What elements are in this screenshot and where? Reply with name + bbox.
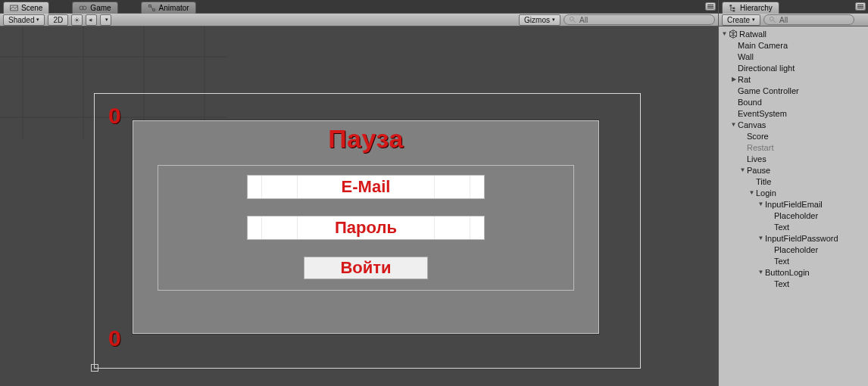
lives-label: 0 <box>108 325 121 351</box>
hierarchy-toolbar: Create All <box>719 13 868 26</box>
speaker-icon <box>89 16 94 24</box>
animator-icon <box>148 4 156 12</box>
svg-line-11 <box>79 21 80 22</box>
hierarchy-node[interactable]: Placeholder <box>719 210 868 221</box>
svg-point-39 <box>770 17 773 20</box>
gizmos-dropdown[interactable]: Gizmos <box>519 14 560 26</box>
hierarchy-node[interactable]: Title <box>719 176 868 187</box>
hierarchy-node[interactable]: Lives <box>719 153 868 164</box>
hierarchy-node-label: Main Camera <box>738 41 788 50</box>
svg-rect-4 <box>152 9 155 11</box>
hierarchy-node-label: Game Controller <box>738 86 799 95</box>
hierarchy-node[interactable]: ▼Login <box>719 187 868 198</box>
hierarchy-node[interactable]: Text <box>719 255 868 266</box>
hierarchy-node[interactable]: ▼ButtonLogin <box>719 266 868 278</box>
svg-line-17 <box>573 20 576 23</box>
hierarchy-node-label: Bound <box>738 98 762 107</box>
hierarchy-node[interactable]: Game Controller <box>719 85 868 96</box>
svg-line-40 <box>773 20 776 23</box>
transform-handle[interactable] <box>91 364 98 372</box>
hierarchy-node[interactable]: ▼InputFieldEmail <box>719 198 868 210</box>
hierarchy-node-label: Placeholder <box>774 211 818 220</box>
tab-label: Scene <box>21 4 42 12</box>
hierarchy-node[interactable]: Placeholder <box>719 244 868 255</box>
hierarchy-node[interactable]: Directional light <box>719 62 868 73</box>
svg-rect-3 <box>148 5 151 7</box>
expand-arrow-icon[interactable]: ▼ <box>720 30 729 37</box>
audio-toggle[interactable] <box>86 14 97 26</box>
hierarchy-node-label: Rat <box>738 75 751 84</box>
pause-panel: Пауза E-Mail Пароль Войти <box>133 120 599 334</box>
search-placeholder: All <box>779 16 788 24</box>
hierarchy-node[interactable]: Text <box>719 221 868 232</box>
hierarchy-node-label: Pause <box>747 166 770 175</box>
login-button-label: Войти <box>340 258 391 278</box>
hierarchy-node-label: Ratwall <box>739 30 767 39</box>
svg-line-10 <box>75 17 76 18</box>
expand-arrow-icon[interactable]: ▼ <box>757 269 765 275</box>
scene-search[interactable]: All <box>564 14 715 25</box>
expand-arrow-icon[interactable]: ▼ <box>729 121 738 128</box>
pane-options-icon[interactable] <box>855 2 866 11</box>
hierarchy-node[interactable]: Restart <box>719 142 868 153</box>
fx-dropdown[interactable] <box>100 14 111 26</box>
hierarchy-node[interactable]: ▼Ratwall <box>719 28 868 39</box>
hierarchy-node[interactable]: Wall <box>719 51 868 62</box>
login-box: E-Mail Пароль Войти <box>158 165 574 291</box>
score-label: 0 <box>108 103 121 129</box>
hierarchy-node-label: Lives <box>747 154 767 163</box>
hierarchy-node-label: Placeholder <box>774 245 818 254</box>
svg-line-12 <box>79 17 80 18</box>
hierarchy-node-label: EventSystem <box>738 109 787 118</box>
hierarchy-node[interactable]: Text <box>719 278 868 289</box>
svg-line-13 <box>75 21 76 22</box>
hierarchy-node-label: ButtonLogin <box>765 268 810 277</box>
tab-animator[interactable]: Animator <box>141 2 196 14</box>
hierarchy-node-label: InputFieldPassword <box>765 234 838 243</box>
expand-arrow-icon[interactable]: ▼ <box>738 167 747 173</box>
hierarchy-tree[interactable]: ▼RatwallMain CameraWallDirectional light… <box>719 26 868 386</box>
scene-toolbar: Shaded 2D Gizmos All <box>0 13 718 26</box>
hierarchy-node[interactable]: ▼InputFieldPassword <box>719 232 868 244</box>
sun-icon <box>74 16 80 24</box>
hierarchy-node-label: Text <box>774 257 789 266</box>
login-button[interactable]: Войти <box>304 257 428 279</box>
lighting-toggle[interactable] <box>71 14 83 26</box>
hierarchy-node[interactable]: ▶Rat <box>719 73 868 85</box>
expand-arrow-icon[interactable]: ▼ <box>757 235 765 241</box>
expand-arrow-icon[interactable]: ▶ <box>729 76 738 82</box>
hierarchy-search[interactable]: All <box>763 14 854 25</box>
hierarchy-node-label: Score <box>747 132 769 141</box>
email-field[interactable]: E-Mail <box>247 175 485 199</box>
hierarchy-node-label: Login <box>756 188 776 198</box>
hierarchy-tabstrip: Hierarchy <box>719 0 868 13</box>
tab-scene[interactable]: Scene <box>3 2 49 14</box>
search-icon <box>569 16 576 23</box>
tab-game[interactable]: Game <box>72 2 117 14</box>
password-field[interactable]: Пароль <box>247 216 485 240</box>
hierarchy-node[interactable]: ▼Pause <box>719 164 868 176</box>
hierarchy-node-label: Wall <box>738 52 754 61</box>
scene-viewport[interactable]: 0 0 Пауза E-Mail Пароль Войти <box>0 26 718 386</box>
svg-rect-36 <box>729 5 732 6</box>
pause-title: Пауза <box>133 124 598 154</box>
expand-arrow-icon[interactable]: ▼ <box>748 189 756 196</box>
hierarchy-node[interactable]: Main Camera <box>719 39 868 51</box>
svg-rect-37 <box>733 8 735 9</box>
tab-hierarchy[interactable]: Hierarchy <box>722 2 779 14</box>
hierarchy-node-label: InputFieldEmail <box>765 200 823 209</box>
shading-dropdown[interactable]: Shaded <box>3 14 45 26</box>
mode-2d-toggle[interactable]: 2D <box>48 14 68 26</box>
hierarchy-node-label: Canvas <box>738 120 766 129</box>
hierarchy-node[interactable]: Bound <box>719 96 868 107</box>
pane-options-icon[interactable] <box>705 2 716 11</box>
svg-point-5 <box>76 19 78 21</box>
svg-point-16 <box>570 17 573 20</box>
hierarchy-node[interactable]: Score <box>719 130 868 142</box>
create-dropdown[interactable]: Create <box>722 14 760 26</box>
hierarchy-node[interactable]: ▼Canvas <box>719 119 868 130</box>
search-icon <box>769 16 776 23</box>
hierarchy-node[interactable]: EventSystem <box>719 107 868 119</box>
expand-arrow-icon[interactable]: ▼ <box>757 201 765 207</box>
hierarchy-node-label: Title <box>756 177 771 186</box>
